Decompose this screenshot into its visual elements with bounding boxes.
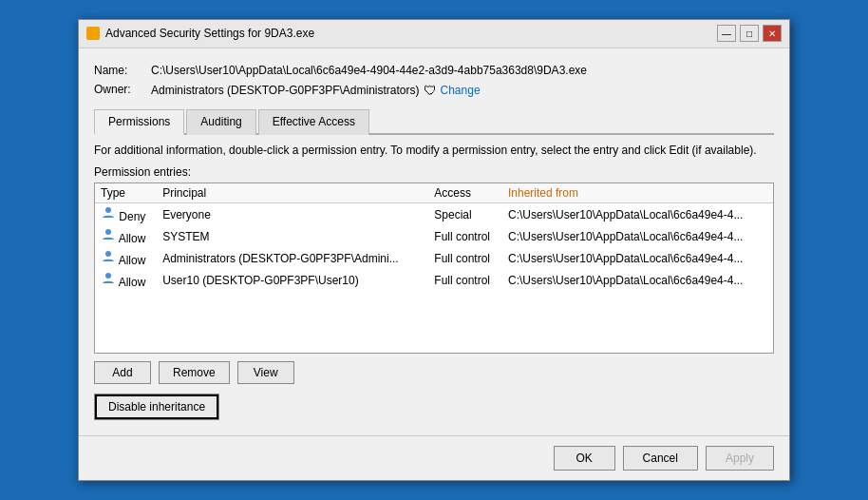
section-label: Permission entries:: [94, 165, 774, 179]
tab-auditing[interactable]: Auditing: [186, 109, 255, 135]
action-buttons: Add Remove View: [94, 361, 774, 384]
disable-inheritance-button[interactable]: Disable inheritance: [94, 394, 219, 420]
table-row[interactable]: Allow User10 (DESKTOP-G0PF3PF\User10) Fu…: [95, 269, 773, 291]
owner-value-row: Administrators (DESKTOP-G0PF3PF\Administ…: [151, 83, 481, 98]
owner-value: Administrators (DESKTOP-G0PF3PF\Administ…: [151, 84, 420, 97]
permission-table-wrapper: Type Principal Access Inherited from Den…: [94, 183, 774, 354]
window-title: Advanced Security Settings for 9DA3.exe: [105, 27, 717, 40]
col-access: Access: [428, 183, 502, 203]
row-access: Full control: [428, 225, 502, 247]
row-inherited: C:\Users\User10\AppData\Local\6c6a49e4-4…: [502, 269, 773, 291]
row-access: Full control: [428, 247, 502, 269]
dialog-content: Name: C:\Users\User10\AppData\Local\6c6a…: [79, 48, 789, 436]
user-icon-cell: [101, 276, 116, 289]
row-principal: User10 (DESKTOP-G0PF3PF\User10): [157, 269, 428, 291]
main-window: Advanced Security Settings for 9DA3.exe …: [78, 19, 790, 482]
row-principal: Administrators (DESKTOP-G0PF3PF\Admini..…: [157, 247, 428, 269]
user-icon: [101, 227, 116, 242]
table-row[interactable]: Deny Everyone Special C:\Users\User10\Ap…: [95, 203, 773, 226]
row-type: Allow: [95, 225, 157, 247]
svg-point-2: [105, 251, 111, 257]
shield-icon: 🛡: [424, 83, 437, 98]
user-icon-cell: [101, 210, 116, 223]
permission-table: Type Principal Access Inherited from Den…: [95, 183, 773, 291]
window-icon: [86, 27, 100, 40]
tab-effective-access[interactable]: Effective Access: [258, 109, 369, 135]
owner-row: Owner: Administrators (DESKTOP-G0PF3PF\A…: [94, 83, 774, 98]
svg-point-1: [105, 229, 111, 235]
cancel-button[interactable]: Cancel: [623, 446, 698, 471]
table-row[interactable]: Allow SYSTEM Full control C:\Users\User1…: [95, 225, 773, 247]
row-access: Full control: [428, 269, 502, 291]
minimize-button[interactable]: —: [717, 25, 736, 42]
tab-permissions[interactable]: Permissions: [94, 109, 184, 135]
user-icon: [101, 249, 116, 264]
user-icon: [101, 205, 116, 221]
row-type: Allow: [95, 269, 157, 291]
row-access: Special: [428, 203, 502, 226]
title-bar: Advanced Security Settings for 9DA3.exe …: [79, 20, 789, 48]
bottom-bar: OK Cancel Apply: [79, 435, 789, 480]
ok-button[interactable]: OK: [554, 446, 615, 471]
tab-bar: Permissions Auditing Effective Access: [94, 107, 774, 135]
description-text: For additional information, double-click…: [94, 143, 774, 159]
col-type: Type: [95, 183, 157, 203]
user-icon: [101, 271, 116, 286]
col-principal: Principal: [157, 183, 428, 203]
add-button[interactable]: Add: [94, 361, 151, 384]
name-value: C:\Users\User10\AppData\Local\6c6a49e4-4…: [151, 64, 587, 77]
row-inherited: C:\Users\User10\AppData\Local\6c6a49e4-4…: [502, 203, 773, 226]
change-link[interactable]: Change: [441, 84, 481, 97]
col-inherited: Inherited from: [502, 183, 773, 203]
row-principal: SYSTEM: [157, 225, 428, 247]
table-row[interactable]: Allow Administrators (DESKTOP-G0PF3PF\Ad…: [95, 247, 773, 269]
user-icon-cell: [101, 232, 116, 245]
remove-button[interactable]: Remove: [159, 361, 230, 384]
name-label: Name:: [94, 64, 151, 77]
svg-point-0: [105, 207, 111, 213]
view-button[interactable]: View: [237, 361, 294, 384]
row-principal: Everyone: [157, 203, 428, 226]
row-type: Allow: [95, 247, 157, 269]
row-inherited: C:\Users\User10\AppData\Local\6c6a49e4-4…: [502, 225, 773, 247]
row-type: Deny: [95, 203, 157, 226]
name-row: Name: C:\Users\User10\AppData\Local\6c6a…: [94, 64, 774, 77]
row-inherited: C:\Users\User10\AppData\Local\6c6a49e4-4…: [502, 247, 773, 269]
apply-button[interactable]: Apply: [706, 446, 774, 471]
title-controls: — □ ✕: [717, 25, 782, 42]
svg-point-3: [105, 273, 111, 279]
maximize-button[interactable]: □: [740, 25, 759, 42]
owner-label: Owner:: [94, 83, 151, 96]
close-button[interactable]: ✕: [763, 25, 782, 42]
user-icon-cell: [101, 254, 116, 267]
